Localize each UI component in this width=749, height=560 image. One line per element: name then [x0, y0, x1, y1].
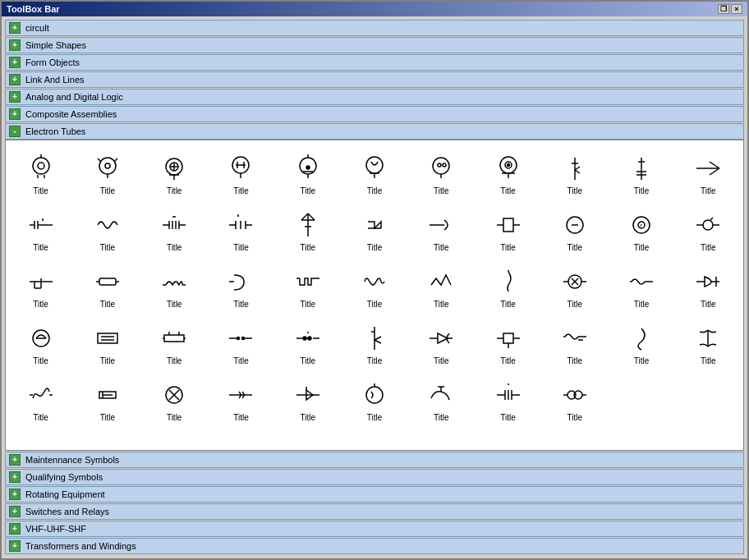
symbol-item[interactable]: Title: [143, 374, 206, 427]
symbol-title: Title: [367, 356, 383, 365]
symbol-item[interactable]: Title: [9, 317, 72, 370]
symbol-glyph: [492, 265, 525, 298]
svg-rect-135: [503, 333, 513, 343]
close-button[interactable]: ×: [731, 4, 742, 14]
symbol-item[interactable]: Title: [143, 260, 206, 314]
symbol-title: Title: [233, 243, 249, 252]
symbol-title: Title: [701, 300, 716, 309]
symbol-item[interactable]: Title: [476, 147, 540, 200]
symbol-item[interactable]: Title: [476, 204, 540, 257]
symbol-item[interactable]: Title: [609, 260, 673, 314]
symbol-item[interactable]: Title: [342, 374, 406, 427]
svg-point-35: [507, 164, 509, 167]
symbol-item[interactable]: Title: [143, 317, 206, 370]
symbol-item[interactable]: Title: [410, 204, 473, 257]
symbol-item[interactable]: Title: [209, 204, 273, 257]
symbol-item[interactable]: Title: [9, 260, 72, 314]
symbol-title: Title: [567, 356, 583, 365]
symbol-item[interactable]: Title: [9, 204, 72, 257]
symbol-item[interactable]: Title: [543, 317, 606, 370]
sidebar-item-circuit[interactable]: circult: [5, 20, 744, 36]
sidebar-item-link-lines[interactable]: Link And Lines: [5, 71, 744, 88]
symbol-item[interactable]: Title: [677, 317, 740, 370]
collapse-icon-electron-tubes: [9, 126, 21, 137]
symbol-item[interactable]: Title: [609, 147, 673, 200]
symbol-item[interactable]: Title: [476, 374, 540, 427]
toolbox-window: ToolBox Bar ❐ × circult Simple Shapes Fo…: [0, 0, 749, 560]
symbol-item[interactable]: Title: [342, 260, 406, 314]
section-label-qualifying: Qualifying Symbols: [25, 472, 103, 482]
symbol-title: Title: [634, 356, 650, 365]
symbol-item[interactable]: Title: [76, 374, 139, 427]
symbol-item[interactable]: Title: [276, 374, 339, 427]
symbol-item[interactable]: Title: [476, 260, 540, 314]
symbol-item[interactable]: Title: [76, 260, 139, 314]
symbol-item[interactable]: Title: [9, 147, 72, 200]
svg-line-40: [575, 167, 580, 170]
toolbox-list: circult Simple Shapes Form Objects Link …: [5, 20, 744, 555]
symbol-glyph: [25, 209, 57, 241]
symbol-item[interactable]: Title: [276, 260, 339, 314]
symbol-item[interactable]: Title: [209, 374, 273, 427]
symbols-panel[interactable]: Title: [5, 140, 744, 451]
sidebar-item-rotating[interactable]: Rotating Equipment: [5, 486, 744, 503]
symbol-item[interactable]: z Title: [609, 204, 673, 257]
svg-line-47: [710, 162, 719, 168]
symbol-item[interactable]: Title: [342, 204, 406, 257]
symbol-item[interactable]: Title: [543, 260, 606, 314]
sidebar-item-form-objects[interactable]: Form Objects: [5, 54, 744, 71]
symbol-item[interactable]: Title: [476, 317, 540, 370]
symbol-item[interactable]: Title: [677, 204, 740, 257]
svg-point-127: [308, 337, 311, 340]
restore-button[interactable]: ❐: [718, 4, 729, 14]
symbol-glyph: [292, 379, 324, 411]
sidebar-item-vhf[interactable]: VHF-UHF-SHF: [5, 521, 744, 537]
sidebar-item-simple-shapes[interactable]: Simple Shapes: [5, 37, 744, 53]
sidebar-item-analog-digital[interactable]: Analog and Digital Logic: [5, 89, 744, 105]
symbol-item[interactable]: Title: [410, 260, 473, 314]
symbol-item[interactable]: Title: [342, 317, 406, 370]
symbol-title: Title: [167, 413, 182, 422]
symbol-title: Title: [634, 243, 650, 252]
symbol-item[interactable]: Title: [410, 374, 473, 427]
symbol-item[interactable]: Title: [209, 260, 273, 314]
symbol-item[interactable]: Title: [209, 147, 273, 200]
symbol-item[interactable]: Title: [609, 317, 673, 370]
symbol-item[interactable]: Title: [410, 147, 473, 200]
symbol-item[interactable]: Title: [76, 204, 139, 257]
sidebar-item-switches[interactable]: Switches and Relays: [5, 503, 744, 520]
symbol-glyph: [358, 152, 391, 185]
symbol-item[interactable]: Title: [276, 317, 339, 370]
symbol-item[interactable]: Title: [143, 204, 206, 257]
symbol-glyph: [625, 265, 658, 298]
symbol-item[interactable]: Title: [209, 317, 273, 370]
svg-line-131: [374, 337, 381, 340]
svg-point-125: [303, 337, 306, 340]
symbol-item[interactable]: Title: [543, 147, 606, 200]
symbol-item[interactable]: Title: [76, 147, 139, 200]
symbol-glyph: [492, 379, 525, 411]
sidebar-item-electron-tubes[interactable]: Electron Tubes: [5, 123, 744, 140]
symbol-glyph: [158, 379, 191, 411]
sidebar-item-transformers[interactable]: Transformers and Windings: [5, 538, 744, 554]
symbol-item[interactable]: Title: [342, 147, 406, 200]
svg-line-7: [98, 158, 101, 162]
symbol-glyph: [91, 322, 124, 355]
symbol-item[interactable]: Title: [143, 147, 206, 200]
symbol-item[interactable]: Title: [677, 260, 740, 314]
symbol-item[interactable]: Title: [76, 317, 139, 370]
svg-line-48: [710, 168, 719, 175]
symbol-item[interactable]: Title: [276, 147, 339, 200]
sidebar-item-maintenance[interactable]: Maintennance Symbols: [5, 452, 744, 468]
sidebar-item-composite[interactable]: Composite Assemblies: [5, 106, 744, 122]
symbol-title: Title: [434, 300, 449, 309]
symbol-glyph: [292, 322, 324, 355]
symbol-item[interactable]: Title: [276, 204, 339, 257]
symbol-item[interactable]: Title: [677, 147, 740, 200]
symbol-item[interactable]: Title: [543, 204, 606, 257]
symbol-item[interactable]: Title: [543, 374, 606, 427]
sidebar-item-qualifying[interactable]: Qualifying Symbols: [5, 469, 744, 485]
symbol-item[interactable]: Title: [410, 317, 473, 370]
svg-line-41: [575, 170, 580, 173]
symbol-item[interactable]: Title: [9, 374, 72, 427]
